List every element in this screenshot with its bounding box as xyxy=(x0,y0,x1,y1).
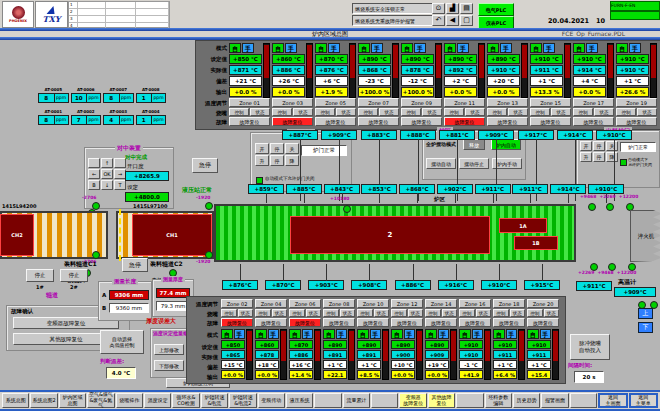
door-down-button[interactable]: 下 xyxy=(638,322,653,333)
zone-button[interactable]: Zone 07 xyxy=(358,98,399,107)
door-button[interactable]: 停 xyxy=(593,141,605,151)
control-button[interactable]: 控制 xyxy=(357,309,373,317)
zoom-icon[interactable]: ⊙ xyxy=(432,3,445,14)
control-button[interactable]: 控制 xyxy=(444,108,464,116)
zone-button[interactable]: Zone 18 xyxy=(493,299,525,308)
jog-button[interactable]: ↓ xyxy=(101,180,113,190)
nav-button[interactable]: 炉辊转速 &电流 xyxy=(201,393,228,408)
status-button[interactable]: 状态 xyxy=(510,309,526,317)
zone-button[interactable]: Zone 03 xyxy=(272,98,313,107)
door-up-button[interactable]: 上 xyxy=(638,308,653,319)
nav-button[interactable] xyxy=(314,393,341,408)
auto-mode-button[interactable]: 自 xyxy=(616,43,628,53)
nav-button[interactable]: 系统总图2 xyxy=(30,393,57,408)
zone-button[interactable]: Zone 17 xyxy=(573,98,614,107)
status-button[interactable]: 状态 xyxy=(250,108,270,116)
manual-mode-button[interactable]: 手 xyxy=(506,329,518,339)
auto-mode-button[interactable]: 自 xyxy=(357,329,369,339)
control-button[interactable]: 控制 xyxy=(616,108,636,116)
fault-reset-button[interactable]: 故障复位 xyxy=(255,318,287,327)
door-button[interactable]: 开 xyxy=(580,141,592,151)
control-button[interactable]: 控制 xyxy=(391,309,407,317)
fault-reset-button[interactable]: 故障复位 xyxy=(289,318,321,327)
auto-mode-button[interactable]: 自 xyxy=(487,43,499,53)
control-button[interactable]: 控制 xyxy=(459,309,475,317)
manual-mode-button[interactable]: 手 xyxy=(543,43,555,53)
auto-mode-button[interactable]: 自 xyxy=(255,329,267,339)
status-button[interactable]: 状态 xyxy=(340,309,356,317)
jog-button[interactable]: OK xyxy=(101,169,113,179)
control-button[interactable]: 控制 xyxy=(221,309,237,317)
nav-button[interactable]: 其他故障 复位 xyxy=(428,393,455,408)
stop-button-1[interactable]: 停止 xyxy=(26,269,54,282)
status-button[interactable]: 状态 xyxy=(544,309,560,317)
status-button[interactable]: 状态 xyxy=(238,309,254,317)
fault-reset-button[interactable]: 故障复位 xyxy=(272,117,313,126)
jog-button[interactable]: ← xyxy=(88,169,100,179)
door-button[interactable]: 停 xyxy=(270,143,284,154)
fault-reset-button[interactable]: 故障复位 xyxy=(493,318,525,327)
electrical-plc-button[interactable]: 电气PLC xyxy=(478,3,514,16)
control-button[interactable]: 控制 xyxy=(255,309,271,317)
control-button[interactable]: 控制 xyxy=(315,108,335,116)
control-button[interactable]: 控制 xyxy=(229,108,249,116)
auto-mode-button[interactable]: 自 xyxy=(493,329,505,339)
auto-mode-button[interactable]: 自 xyxy=(425,329,437,339)
lower-modify-button[interactable]: 下部修改 xyxy=(154,360,184,371)
nav-button[interactable]: 历史趋势 xyxy=(513,393,540,408)
fault-reset-button[interactable]: 故障复位 xyxy=(527,318,559,327)
door-button[interactable]: 停 xyxy=(593,152,605,162)
control-button[interactable]: 控制 xyxy=(358,108,378,116)
manual-mode-button[interactable]: 手 xyxy=(586,43,598,53)
auto-mode-button[interactable]: 自 xyxy=(289,329,301,339)
control-button[interactable]: 控制 xyxy=(530,108,550,116)
manual-mode-button[interactable]: 手 xyxy=(370,329,382,339)
nav-button[interactable]: 温度设定 xyxy=(144,393,171,408)
zone-button[interactable]: Zone 05 xyxy=(315,98,356,107)
status-button[interactable]: 状态 xyxy=(336,108,356,116)
door-button[interactable]: 停 xyxy=(270,155,284,166)
fault-reset-button[interactable]: 故障复位 xyxy=(444,117,485,126)
door-button[interactable]: 升 xyxy=(255,155,269,166)
auto-mode-button[interactable]: 自 xyxy=(530,43,542,53)
auto-select-button[interactable]: 自动选择 高低值控制 xyxy=(100,330,144,354)
fault-reset-button[interactable]: 故障复位 xyxy=(530,117,571,126)
status-button[interactable]: 状态 xyxy=(442,309,458,317)
fault-reset-button[interactable]: 故障复位 xyxy=(221,318,253,327)
zone-button[interactable]: Zone 04 xyxy=(255,299,287,308)
auto-mode-button[interactable]: 自 xyxy=(358,43,370,53)
fault-reset-button[interactable]: 故障复位 xyxy=(315,117,356,126)
status-button[interactable]: 状态 xyxy=(551,108,571,116)
nav-button[interactable]: 空气&煤气 &废气&氮气 xyxy=(87,393,114,408)
status-button[interactable]: 状态 xyxy=(379,108,399,116)
manual-mode-button[interactable]: 手 xyxy=(457,43,469,53)
door-button[interactable]: 关 xyxy=(606,141,618,151)
status-button[interactable]: 状态 xyxy=(594,108,614,116)
control-button[interactable]: 控制 xyxy=(527,309,543,317)
manual-mode-button[interactable]: 手 xyxy=(540,329,552,339)
fault-reset-button[interactable]: 故障复位 xyxy=(459,318,491,327)
nav-button[interactable]: 液压系统 xyxy=(286,393,313,408)
estop-button-conveyor[interactable]: 急停 xyxy=(122,258,148,272)
status-button[interactable]: 状态 xyxy=(508,108,528,116)
fault-reset-button[interactable]: 故障复位 xyxy=(616,117,657,126)
printer-icon[interactable]: ▤ xyxy=(460,3,473,14)
nav-button[interactable]: 炉内区域 总图 xyxy=(59,393,86,408)
zone-button[interactable]: Zone 15 xyxy=(530,98,571,107)
zone-button[interactable]: Zone 06 xyxy=(289,299,321,308)
nav-button[interactable]: 循环水& CO检测 xyxy=(172,393,199,408)
fault-reset-button[interactable]: 故障复位 xyxy=(573,117,614,126)
nav-button[interactable]: 系统总图 xyxy=(2,393,29,408)
status-button[interactable]: 状态 xyxy=(293,108,313,116)
swing-stop-button[interactable]: 摆动停止 xyxy=(459,158,489,169)
manual-mode-button[interactable]: 手 xyxy=(242,43,254,53)
manual-mode-button[interactable]: 手 xyxy=(404,329,416,339)
door-button[interactable]: 开 xyxy=(255,143,269,154)
nav-button[interactable]: 报警画面 xyxy=(541,393,568,408)
zone-button[interactable]: Zone 08 xyxy=(323,299,355,308)
zone-button[interactable]: Zone 13 xyxy=(487,98,528,107)
zone-button[interactable]: Zone 11 xyxy=(444,98,485,107)
manual-mode-button[interactable]: 手 xyxy=(336,329,348,339)
status-button[interactable]: 状态 xyxy=(306,309,322,317)
nav-button[interactable]: 返回 主画面 xyxy=(598,393,627,408)
